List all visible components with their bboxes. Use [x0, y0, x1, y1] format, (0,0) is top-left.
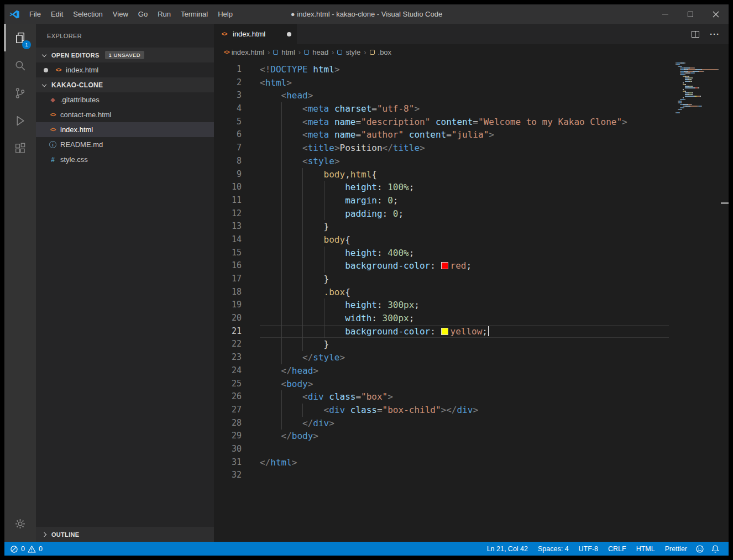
indent-guide	[281, 207, 303, 221]
status-indentation[interactable]: Spaces: 4	[533, 545, 574, 553]
indent-guide	[260, 142, 281, 155]
minimap-line	[676, 94, 721, 95]
indent-guide	[260, 220, 281, 233]
problems-status[interactable]: 0 0	[4, 545, 43, 553]
status-cursor-position[interactable]: Ln 21, Col 42	[482, 545, 533, 553]
extensions-icon[interactable]	[4, 134, 36, 162]
run-debug-icon[interactable]	[4, 107, 36, 134]
minimap-line	[676, 106, 721, 107]
breadcrumb-label: head	[312, 48, 328, 56]
line-number: 15	[214, 247, 242, 260]
chevron-down-icon	[42, 52, 46, 56]
status-bar: 0 0 Ln 21, Col 42Spaces: 4UTF-8CRLFHTMLP…	[4, 542, 729, 556]
breadcrumb-label: style	[345, 48, 360, 56]
minimap-line	[676, 74, 721, 75]
file-label: style.css	[60, 155, 88, 164]
breadcrumb-index-html[interactable]: <>index.html	[224, 48, 264, 56]
close-button[interactable]	[703, 4, 729, 24]
vscode-logo-icon	[4, 9, 24, 20]
indent-guide	[281, 168, 303, 181]
line-number: 27	[214, 404, 242, 417]
breadcrumb-html[interactable]: html	[273, 48, 295, 56]
split-editor-icon[interactable]	[691, 30, 700, 39]
indent-guide	[281, 128, 303, 142]
line-number: 17	[214, 273, 242, 286]
html-file-icon: <>	[224, 49, 229, 55]
indent-guide	[281, 155, 303, 168]
breadcrumb-label: html	[281, 48, 295, 56]
indent-guide	[281, 390, 303, 404]
indent-guide	[324, 312, 345, 325]
indent-guide	[281, 338, 303, 351]
tab-index-html[interactable]: <> index.html	[214, 24, 297, 44]
indent-guide	[260, 351, 281, 364]
line-number: 9	[214, 168, 242, 181]
open-editor-item[interactable]: <>index.html	[36, 62, 214, 77]
indent-guide	[281, 417, 303, 430]
indent-guide	[302, 273, 324, 286]
status-prettier[interactable]: Prettier	[660, 545, 692, 553]
status-language[interactable]: HTML	[631, 545, 660, 553]
minimize-button[interactable]	[652, 4, 678, 24]
unsaved-count-badge: 1 UNSAVED	[105, 51, 145, 59]
file-item-style-css[interactable]: #style.css	[36, 152, 214, 167]
file-item-readme-md[interactable]: iREADME.md	[36, 137, 214, 152]
line-number: 19	[214, 299, 242, 312]
search-icon[interactable]	[4, 51, 36, 79]
notifications-bell-icon[interactable]	[708, 545, 723, 553]
settings-gear-icon[interactable]	[4, 510, 36, 537]
minimap-line	[676, 71, 721, 72]
html-file-icon: <>	[48, 127, 57, 133]
warning-count: 0	[39, 545, 43, 553]
maximize-button[interactable]	[678, 4, 703, 24]
menu-go[interactable]: Go	[133, 4, 153, 24]
menu-help[interactable]: Help	[213, 4, 238, 24]
menu-selection[interactable]: Selection	[68, 4, 107, 24]
outline-header[interactable]: OUTLINE	[36, 527, 214, 542]
indent-guide	[324, 247, 345, 260]
code-line-9: 9body,html{	[214, 168, 729, 181]
status-eol[interactable]: CRLF	[603, 545, 631, 553]
menu-run[interactable]: Run	[153, 4, 176, 24]
status-encoding[interactable]: UTF-8	[574, 545, 603, 553]
file-item-contact-me-html[interactable]: <>contact-me.html	[36, 107, 214, 122]
feedback-icon[interactable]	[692, 545, 708, 553]
file-item--gitattributes[interactable]: ◆.gitattributes	[36, 92, 214, 107]
folder-header[interactable]: KAKAO-CLONE	[36, 77, 214, 92]
explorer-activity-icon[interactable]: 1	[4, 24, 36, 51]
code-line-25: 25<body>	[214, 378, 729, 391]
line-number: 26	[214, 390, 242, 404]
menu-edit[interactable]: Edit	[46, 4, 68, 24]
breadcrumbs: <>index.html›html›head›style›.box	[214, 44, 729, 60]
breadcrumb-style[interactable]: style	[337, 48, 360, 56]
file-item-index-html[interactable]: <>index.html	[36, 122, 214, 137]
css-file-icon: #	[48, 156, 57, 164]
chevron-right-icon	[42, 532, 46, 536]
code-line-30: 30	[214, 443, 729, 456]
indent-guide	[260, 233, 281, 247]
menu-view[interactable]: View	[108, 4, 133, 24]
code-line-1: 1<!DOCTYPE html>	[214, 63, 729, 76]
minimap[interactable]	[676, 62, 721, 116]
source-control-icon[interactable]	[4, 79, 36, 107]
menu-file[interactable]: File	[24, 4, 46, 24]
window-title: ● index.html - kakao-clone - Visual Stud…	[291, 10, 442, 18]
code-line-6: 6<meta name="author" content="julia">	[214, 128, 729, 142]
code-editor[interactable]: 1<!DOCTYPE html>2<html>3<head>4<meta cha…	[214, 60, 729, 542]
line-number: 23	[214, 351, 242, 364]
line-number: 7	[214, 142, 242, 155]
code-line-16: 16background-color: red;	[214, 259, 729, 273]
file-label: .gitattributes	[60, 96, 100, 104]
indent-guide	[281, 142, 303, 155]
line-number: 2	[214, 76, 242, 90]
minimap-line	[676, 112, 721, 113]
menu-terminal[interactable]: Terminal	[176, 4, 213, 24]
breadcrumb-head[interactable]: head	[304, 48, 328, 56]
breadcrumb--box[interactable]: .box	[370, 48, 392, 56]
line-number: 6	[214, 128, 242, 142]
indent-guide	[302, 325, 324, 338]
open-editors-header[interactable]: OPEN EDITORS 1 UNSAVED	[36, 48, 214, 62]
code-line-7: 7<title>Position</title>	[214, 142, 729, 155]
editor-actions: ···	[691, 24, 729, 44]
more-actions-icon[interactable]: ···	[710, 29, 720, 39]
